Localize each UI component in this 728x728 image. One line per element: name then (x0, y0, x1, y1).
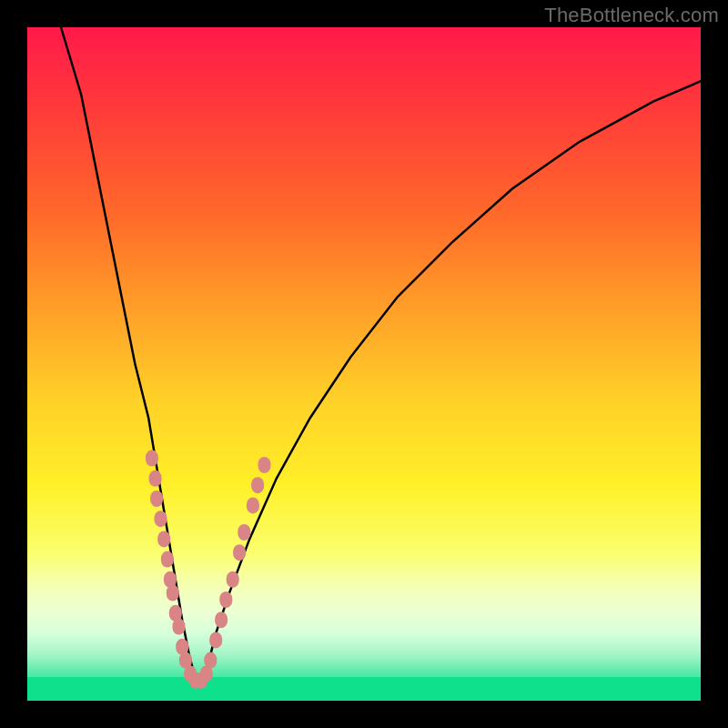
data-marker (247, 497, 259, 513)
data-marker (238, 524, 250, 541)
data-marker (161, 551, 174, 568)
data-marker (219, 592, 232, 608)
data-markers (146, 450, 271, 689)
data-marker (150, 490, 163, 507)
data-marker (155, 511, 167, 527)
data-marker (258, 457, 271, 473)
data-marker (227, 571, 239, 588)
plot-frame (27, 27, 701, 701)
watermark-text: TheBottleneck.com (544, 4, 719, 27)
data-marker (173, 619, 186, 635)
chart-container: TheBottleneck.com (0, 0, 728, 728)
data-marker (204, 652, 217, 669)
data-marker (215, 612, 228, 628)
data-marker (157, 531, 170, 547)
data-marker (167, 585, 179, 602)
data-marker (251, 477, 264, 493)
bottleneck-curve (61, 27, 701, 681)
data-marker (146, 450, 158, 467)
curve-path (61, 27, 701, 681)
data-marker (209, 632, 222, 648)
data-marker (233, 544, 246, 561)
chart-overlay-svg (27, 27, 701, 701)
data-marker (149, 470, 162, 487)
